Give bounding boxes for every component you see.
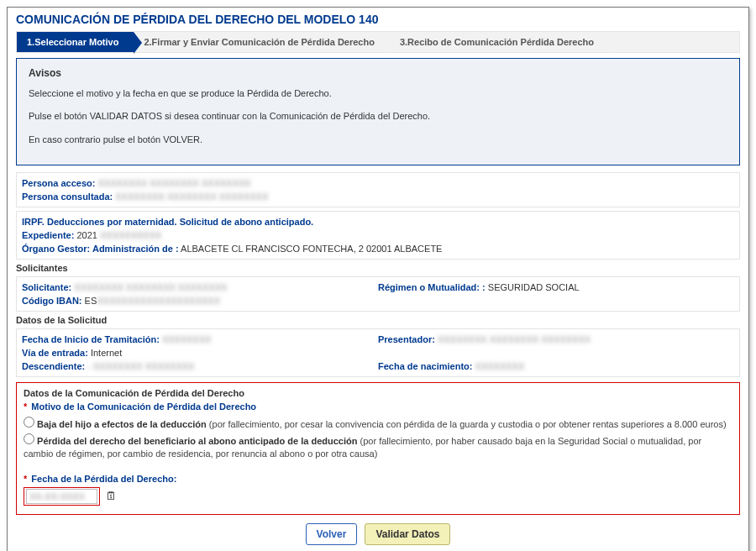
persona-consultada-value: XXXXXXXX XXXXXXXX XXXXXXXX: [115, 192, 268, 202]
nacimiento-label: Fecha de nacimiento:: [378, 361, 472, 371]
radio-row-1[interactable]: Baja del hijo a efectos de la deducción …: [24, 417, 732, 431]
solicitante-label: Solicitante:: [22, 282, 71, 292]
presentador-value: XXXXXXXX XXXXXXXX XXXXXXXX: [438, 334, 591, 344]
date-field-wrap: [24, 487, 100, 506]
solicitantes-section: Solicitante: XXXXXXXX XXXXXXXX XXXXXXXX …: [16, 276, 740, 312]
radio-perdida-derecho-label: Pérdida del derecho del beneficiario al …: [37, 436, 357, 446]
solicitante-value: XXXXXXXX XXXXXXXX XXXXXXXX: [74, 282, 227, 292]
step-1[interactable]: 1.Seleccionar Motivo: [17, 32, 134, 52]
required-asterisk-2: *: [24, 474, 27, 484]
nacimiento-value: XXXXXXXX: [475, 361, 525, 371]
fecha-perdida-label: Fecha de la Pérdida del Derecho:: [31, 474, 176, 484]
step-2[interactable]: 2.Firmar y Enviar Comunicación de Pérdid…: [134, 32, 389, 52]
descendiente-label: Descendiente:: [22, 361, 85, 371]
perdida-heading: Datos de la Comunicación de Pérdida del …: [24, 388, 732, 398]
notices-box: Avisos Seleccione el motivo y la fecha e…: [16, 58, 740, 165]
radio-baja-hijo[interactable]: [24, 417, 34, 428]
persona-section: Persona acceso: XXXXXXXX XXXXXXXX XXXXXX…: [16, 172, 740, 207]
form-container: COMUNICACIÓN DE PÉRDIDA DEL DERECHO DEL …: [7, 7, 749, 551]
required-asterisk-1: *: [24, 401, 27, 412]
step-3[interactable]: 3.Recibo de Comunicación Pérdida Derecho: [390, 32, 609, 52]
validar-datos-button[interactable]: Validar Datos: [365, 523, 450, 545]
notice-line-2: Pulse el botón VALIDAR DATOS si desea co…: [29, 110, 727, 123]
persona-consultada-label: Persona consultada:: [22, 192, 113, 202]
irpf-section: IRPF. Deducciones por maternidad. Solici…: [16, 211, 740, 260]
via-entrada-label: Vía de entrada:: [22, 348, 88, 358]
iban-blur: XXXXXXXXXXXXXXXXXXXX: [97, 296, 220, 306]
presentador-label: Presentador:: [378, 334, 435, 344]
persona-acceso-value: XXXXXXXX XXXXXXXX XXXXXXXX: [98, 178, 251, 188]
regimen-label: Régimen o Mutualidad: :: [378, 282, 486, 292]
organo-label: Órgano Gestor: Administración de :: [22, 244, 179, 254]
irpf-heading: IRPF. Deducciones por maternidad. Solici…: [22, 217, 313, 227]
radio-row-2[interactable]: Pérdida del derecho del beneficiario al …: [24, 433, 732, 460]
persona-acceso-label: Persona acceso:: [22, 178, 95, 188]
buttons-row: Volver Validar Datos: [16, 523, 740, 545]
motivo-label: Motivo de la Comunicación de Pérdida del…: [31, 401, 256, 412]
solicitantes-heading: Solicitantes: [16, 263, 740, 273]
volver-button[interactable]: Volver: [306, 523, 358, 545]
regimen-value: SEGURIDAD SOCIAL: [488, 282, 580, 292]
perdida-derecho-box: Datos de la Comunicación de Pérdida del …: [16, 382, 740, 515]
notice-line-3: En caso contrario pulse el botón VOLVER.: [29, 134, 727, 146]
datos-sol-section: Fecha de Inicio de Tramitación: XXXXXXXX…: [16, 328, 740, 377]
notice-line-1: Seleccione el motivo y la fecha en que s…: [29, 87, 727, 100]
fecha-perdida-input[interactable]: [26, 489, 97, 504]
steps-bar: 1.Seleccionar Motivo 2.Firmar y Enviar C…: [16, 31, 740, 53]
fecha-tramitacion-value: XXXXXXXX: [162, 334, 212, 344]
page-title: COMUNICACIÓN DE PÉRDIDA DEL DERECHO DEL …: [16, 13, 740, 26]
radio-baja-hijo-hint: (por fallecimiento, por cesar la convive…: [207, 419, 727, 429]
expediente-label: Expediente:: [22, 230, 74, 240]
iban-value: ESXXXXXXXXXXXXXXXXXXXX: [85, 296, 220, 306]
radio-baja-hijo-label: Baja del hijo a efectos de la deducción: [37, 419, 207, 429]
organo-value: ALBACETE CL FRANCISCO FONTECHA, 2 02001 …: [181, 244, 442, 254]
iban-label: Código IBAN:: [22, 296, 81, 306]
fecha-tramitacion-label: Fecha de Inicio de Tramitación:: [22, 334, 160, 344]
datos-sol-heading: Datos de la Solicitud: [16, 315, 740, 325]
notices-heading: Avisos: [29, 67, 727, 79]
expediente-value: 2021 XXXXXXXXXX: [76, 230, 161, 240]
descendiente-value: - XXXXXXXX XXXXXXXX: [87, 361, 194, 371]
radio-perdida-derecho[interactable]: [24, 433, 34, 444]
via-entrada-value: Internet: [91, 348, 122, 358]
calendar-icon[interactable]: 🗓: [106, 490, 117, 502]
expediente-blur: XXXXXXXXXX: [97, 230, 161, 240]
